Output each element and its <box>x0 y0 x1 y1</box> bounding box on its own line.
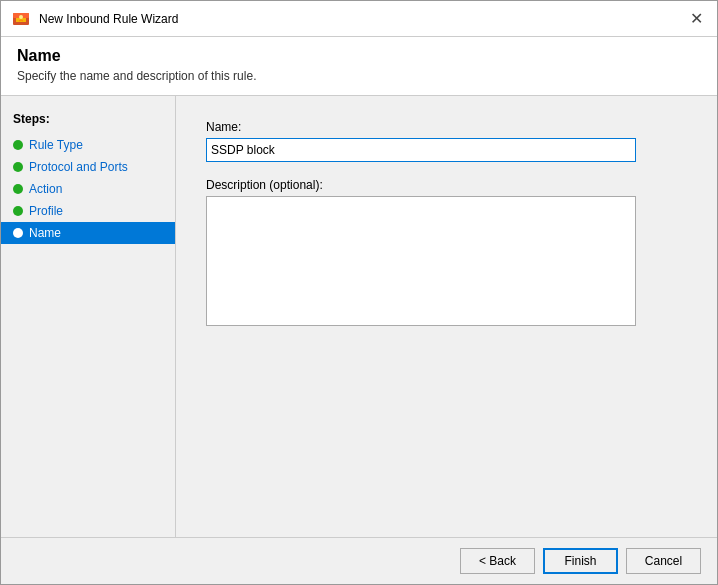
steps-label: Steps: <box>1 108 175 134</box>
step-dot-name <box>13 228 23 238</box>
description-input[interactable] <box>206 196 636 326</box>
svg-point-3 <box>19 15 23 19</box>
title-bar-left: New Inbound Rule Wizard <box>11 9 178 29</box>
name-form-group: Name: <box>206 120 687 162</box>
cancel-button[interactable]: Cancel <box>626 548 701 574</box>
step-label-protocol-ports: Protocol and Ports <box>29 160 128 174</box>
step-label-action: Action <box>29 182 62 196</box>
title-bar: New Inbound Rule Wizard ✕ <box>1 1 717 37</box>
step-dot-action <box>13 184 23 194</box>
sidebar-item-action[interactable]: Action <box>1 178 175 200</box>
page-title: Name <box>17 47 701 65</box>
name-label: Name: <box>206 120 687 134</box>
sidebar-item-protocol-ports[interactable]: Protocol and Ports <box>1 156 175 178</box>
step-dot-rule-type <box>13 140 23 150</box>
main-panel: Name: Description (optional): <box>176 96 717 537</box>
step-label-rule-type: Rule Type <box>29 138 83 152</box>
back-button[interactable]: < Back <box>460 548 535 574</box>
description-label: Description (optional): <box>206 178 687 192</box>
content-area: Steps: Rule Type Protocol and Ports Acti… <box>1 96 717 537</box>
close-button[interactable]: ✕ <box>685 8 707 30</box>
description-form-group: Description (optional): <box>206 178 687 329</box>
dialog: New Inbound Rule Wizard ✕ Name Specify t… <box>0 0 718 585</box>
sidebar-item-rule-type[interactable]: Rule Type <box>1 134 175 156</box>
step-label-profile: Profile <box>29 204 63 218</box>
dialog-title: New Inbound Rule Wizard <box>39 12 178 26</box>
step-label-name: Name <box>29 226 61 240</box>
name-input[interactable] <box>206 138 636 162</box>
sidebar-item-profile[interactable]: Profile <box>1 200 175 222</box>
app-icon <box>11 9 31 29</box>
footer: < Back Finish Cancel <box>1 537 717 584</box>
step-dot-profile <box>13 206 23 216</box>
sidebar: Steps: Rule Type Protocol and Ports Acti… <box>1 96 176 537</box>
finish-button[interactable]: Finish <box>543 548 618 574</box>
sidebar-item-name[interactable]: Name <box>1 222 175 244</box>
step-dot-protocol-ports <box>13 162 23 172</box>
page-subtitle: Specify the name and description of this… <box>17 69 701 83</box>
header-section: Name Specify the name and description of… <box>1 37 717 96</box>
